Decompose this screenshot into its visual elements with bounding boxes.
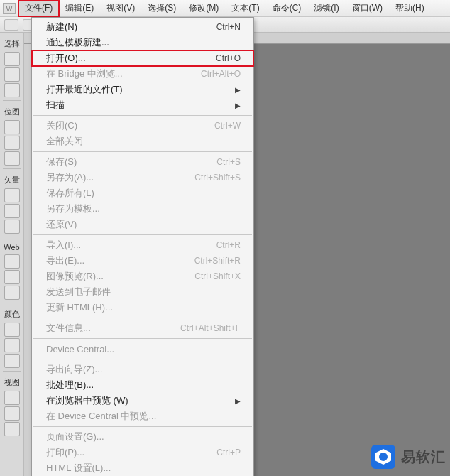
menu-item-label: 在浏览器中预览 (W) xyxy=(46,394,231,407)
menu-item-shortcut: Ctrl+P xyxy=(216,448,241,458)
menu-item[interactable]: 新建(N)Ctrl+N xyxy=(32,19,253,35)
menu-文件f[interactable]: 文件(F) xyxy=(18,0,59,16)
menu-item-shortcut: Ctrl+Alt+O xyxy=(201,69,241,79)
tool-button[interactable] xyxy=(4,136,20,150)
menu-item-label: 打开最近的文件(T) xyxy=(46,83,231,96)
tool-button[interactable] xyxy=(4,67,20,82)
menu-item[interactable]: 打开最近的文件(T)▶ xyxy=(32,82,253,97)
palette-separator xyxy=(3,237,21,237)
menu-item-label: 另存为(A)... xyxy=(46,171,194,184)
tool-button[interactable] xyxy=(4,204,20,218)
menu-item-shortcut: Ctrl+S xyxy=(216,157,241,167)
menu-item: 另存为模板... xyxy=(32,201,253,217)
menu-文本t[interactable]: 文本(T) xyxy=(225,0,265,16)
menu-item: 图像预览(R)...Ctrl+Shift+X xyxy=(32,269,253,284)
tool-button[interactable] xyxy=(4,270,20,284)
watermark: 易软汇 xyxy=(371,445,446,469)
menu-item: HTML 设置(L)... xyxy=(32,460,253,476)
palette-section-label: Web xyxy=(4,243,19,251)
tool-button[interactable] xyxy=(4,286,20,300)
menu-separator xyxy=(33,426,252,427)
menu-选择s[interactable]: 选择(S) xyxy=(141,0,182,16)
palette-section-label: 颜色 xyxy=(4,309,20,320)
menu-item-label: 还原(V) xyxy=(46,218,241,231)
menu-视图v[interactable]: 视图(V) xyxy=(100,0,141,16)
menu-item[interactable]: 批处理(B)... xyxy=(32,377,253,393)
menu-item[interactable]: 扫描▶ xyxy=(32,97,253,113)
menu-修改m[interactable]: 修改(M) xyxy=(182,0,225,16)
tool-button[interactable] xyxy=(4,151,20,166)
tool-button[interactable] xyxy=(4,338,20,352)
menu-item-label: 发送到电子邮件 xyxy=(46,286,241,298)
menu-item-label: 保存(S) xyxy=(46,156,216,168)
file-menu-dropdown: 新建(N)Ctrl+N通过模板新建...打开(O)...Ctrl+O在 Brid… xyxy=(31,17,254,476)
menu-item-label: 导出向导(Z)... xyxy=(46,363,241,376)
tool-button[interactable] xyxy=(4,120,20,134)
tool-button[interactable] xyxy=(4,422,20,436)
tool-button[interactable] xyxy=(4,354,20,368)
menu-item-label: 导入(I)... xyxy=(46,239,216,251)
menu-item-shortcut: Ctrl+Shift+X xyxy=(194,271,241,281)
watermark-icon xyxy=(371,445,395,469)
menu-item-label: 全部关闭 xyxy=(46,135,241,148)
menu-item: 导出向导(Z)... xyxy=(32,362,253,377)
menu-帮助h[interactable]: 帮助(H) xyxy=(389,0,431,16)
menu-item-shortcut: Ctrl+N xyxy=(216,22,241,32)
menu-item: 页面设置(G)... xyxy=(32,429,253,445)
menu-item-label: HTML 设置(L)... xyxy=(46,462,241,475)
menu-窗口w[interactable]: 窗口(W) xyxy=(346,0,389,16)
menu-item-label: 打开(O)... xyxy=(46,52,216,65)
menu-命令c[interactable]: 命令(C) xyxy=(266,0,308,16)
menu-编辑e[interactable]: 编辑(E) xyxy=(59,0,100,16)
menu-item: Device Central... xyxy=(32,341,253,357)
menu-separator xyxy=(33,151,252,152)
menu-滤镜i[interactable]: 滤镜(I) xyxy=(307,0,345,16)
tool-button[interactable] xyxy=(4,188,20,202)
menu-item-label: 页面设置(G)... xyxy=(46,431,241,443)
menu-item-shortcut: Ctrl+Alt+Shift+F xyxy=(180,323,241,333)
menu-item[interactable]: 通过模板新建... xyxy=(32,35,253,50)
menu-separator xyxy=(33,115,252,116)
menu-item-label: 新建(N) xyxy=(46,21,216,33)
menu-item-label: 通过模板新建... xyxy=(46,36,241,49)
menu-item: 保存(S)Ctrl+S xyxy=(32,154,253,170)
menu-item: 还原(V) xyxy=(32,217,253,232)
menu-item[interactable]: 在浏览器中预览 (W)▶ xyxy=(32,393,253,409)
palette-section-label: 选择 xyxy=(4,38,20,49)
menu-item: 文件信息...Ctrl+Alt+Shift+F xyxy=(32,320,253,336)
palette-section-label: 矢量 xyxy=(4,175,20,185)
menu-item-label: 文件信息... xyxy=(46,322,180,335)
menu-item: 全部关闭 xyxy=(32,134,253,149)
tool-button[interactable] xyxy=(4,220,20,234)
menu-item-shortcut: Ctrl+O xyxy=(216,53,241,63)
tool-button[interactable] xyxy=(4,83,20,97)
menu-item-shortcut: Ctrl+Shift+R xyxy=(194,256,241,266)
tool-button[interactable] xyxy=(4,391,20,405)
menu-item: 更新 HTML(H)... xyxy=(32,300,253,315)
menu-item-label: Device Central... xyxy=(46,344,241,355)
menu-item: 导入(I)...Ctrl+R xyxy=(32,237,253,253)
menu-item-label: 批处理(B)... xyxy=(46,379,241,391)
menu-item-label: 打印(P)... xyxy=(46,446,216,459)
menu-item-label: 扫描 xyxy=(46,99,231,112)
menu-item[interactable]: 打开(O)...Ctrl+O xyxy=(32,50,253,66)
menu-separator xyxy=(33,234,252,235)
submenu-arrow-icon: ▶ xyxy=(235,86,241,94)
menu-item-label: 更新 HTML(H)... xyxy=(46,301,241,314)
tool-button[interactable] xyxy=(4,254,20,269)
tool-button[interactable] xyxy=(4,52,20,66)
tool-button[interactable] xyxy=(4,406,20,421)
palette-separator xyxy=(3,371,21,372)
toolbar-button[interactable] xyxy=(4,19,18,31)
menu-item: 另存为(A)...Ctrl+Shift+S xyxy=(32,170,253,185)
submenu-arrow-icon: ▶ xyxy=(235,102,241,109)
tool-button[interactable] xyxy=(4,323,20,337)
menu-separator xyxy=(33,338,252,339)
submenu-arrow-icon: ▶ xyxy=(235,397,241,405)
watermark-text: 易软汇 xyxy=(401,448,446,467)
menu-item: 关闭(C)Ctrl+W xyxy=(32,118,253,134)
palette-separator xyxy=(3,100,21,101)
menu-item-shortcut: Ctrl+Shift+S xyxy=(194,173,241,183)
menu-item-label: 在 Bridge 中浏览... xyxy=(46,67,201,80)
palette-separator xyxy=(3,303,21,303)
